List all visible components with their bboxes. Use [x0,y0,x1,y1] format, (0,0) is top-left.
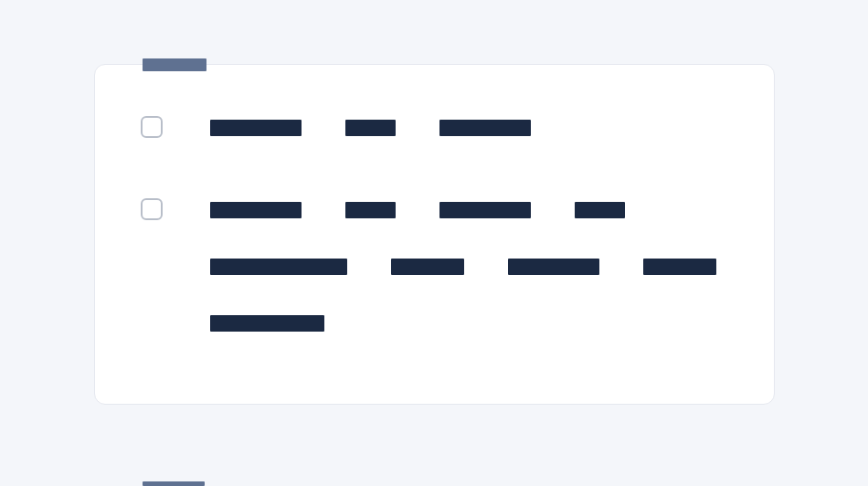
option-row [141,202,728,332]
text-placeholder [210,315,324,332]
text-placeholder [508,259,599,275]
text-placeholder [643,259,716,275]
text-placeholder [345,202,396,218]
option-row [141,120,728,138]
text-placeholder [575,202,625,218]
footer-section-label [143,481,205,486]
text-placeholder [345,120,396,136]
options-card [94,64,775,405]
option-2-text [210,202,728,332]
checkbox-option-2[interactable] [141,198,163,220]
text-placeholder [439,120,531,136]
checkbox-option-1[interactable] [141,116,163,138]
text-placeholder [439,202,531,218]
text-placeholder [210,202,302,218]
section-tab-label [143,58,206,71]
option-1-text [210,120,531,136]
text-placeholder [210,259,347,275]
text-placeholder [210,120,302,136]
text-placeholder [391,259,464,275]
